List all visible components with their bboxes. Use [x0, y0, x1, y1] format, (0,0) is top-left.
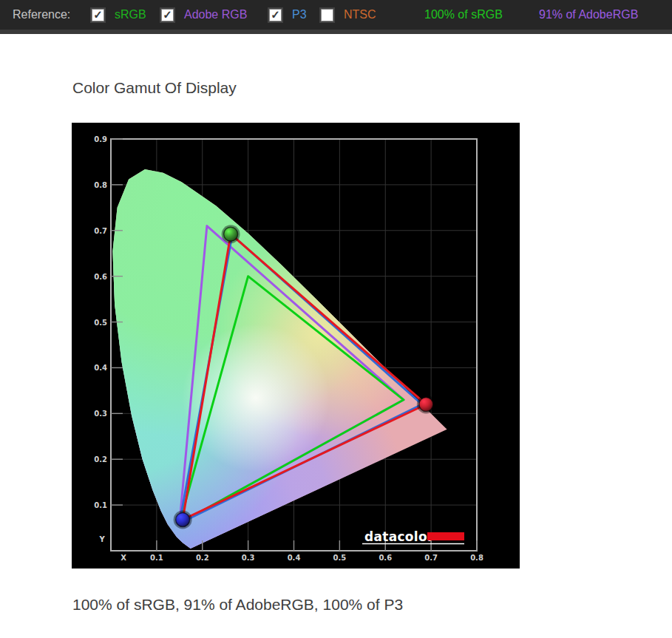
checkbox-item-adobe-rgb[interactable]: ✓ Adobe RGB: [160, 0, 247, 30]
p3-checkbox-label[interactable]: P3: [292, 8, 307, 21]
ntsc-checkbox-label[interactable]: NTSC: [344, 8, 376, 21]
checkbox-item-ntsc[interactable]: NTSC: [319, 0, 376, 30]
ntsc-checkbox[interactable]: [321, 9, 333, 21]
svg-text:0.7: 0.7: [94, 227, 107, 235]
p3-checkbox[interactable]: ✓: [269, 9, 282, 21]
datacolor-logo-redbar: [427, 532, 464, 540]
checkbox-backplate: ✓: [268, 7, 283, 23]
checkbox-backplate: ✓: [90, 7, 106, 23]
svg-text:0.2: 0.2: [196, 554, 209, 562]
svg-text:0.6: 0.6: [379, 554, 392, 562]
datacolor-logo: datacolor: [362, 529, 464, 544]
srgb-checkbox-label[interactable]: sRGB: [115, 8, 146, 21]
svg-text:0.1: 0.1: [94, 501, 107, 509]
svg-text:0.1: 0.1: [150, 554, 163, 562]
reference-label: Reference:: [13, 0, 70, 30]
gamut-chart: 0.10.20.30.40.50.60.70.80.90.10.20.30.40…: [72, 123, 520, 569]
svg-text:0.4: 0.4: [94, 364, 107, 372]
svg-text:0.4: 0.4: [288, 554, 301, 562]
adobergb-coverage-badge: 91% of AdobeRGB: [539, 0, 638, 30]
toolbar-bottom-strip: [0, 30, 672, 34]
svg-text:0.3: 0.3: [242, 554, 255, 562]
adobe-rgb-checkbox-label[interactable]: Adobe RGB: [184, 8, 247, 21]
blue-primary-dot: [176, 512, 190, 526]
checkbox-item-p3[interactable]: ✓ P3: [268, 0, 307, 30]
checkbox-item-srgb[interactable]: ✓ sRGB: [90, 0, 146, 30]
gamut-chart-container: 0.10.20.30.40.50.60.70.80.90.10.20.30.40…: [72, 123, 520, 569]
page-title: Color Gamut Of Display: [72, 79, 237, 97]
coverage-summary: 100% of sRGB, 91% of AdobeRGB, 100% of P…: [72, 596, 403, 614]
svg-text:0.8: 0.8: [470, 554, 483, 562]
checkbox-backplate: [319, 7, 335, 23]
svg-text:0.9: 0.9: [94, 135, 107, 143]
datacolor-logo-text: datacolor: [364, 529, 434, 544]
svg-text:0.3: 0.3: [94, 410, 107, 418]
svg-text:0.5: 0.5: [333, 554, 347, 562]
red-primary-dot: [419, 397, 433, 411]
svg-text:0.2: 0.2: [94, 455, 107, 464]
adobe-rgb-checkbox[interactable]: ✓: [161, 9, 174, 21]
y-axis-label: Y: [98, 535, 105, 543]
svg-text:0.8: 0.8: [94, 181, 107, 189]
srgb-coverage-badge: 100% of sRGB: [424, 0, 503, 30]
srgb-checkbox[interactable]: ✓: [92, 9, 104, 21]
svg-text:0.6: 0.6: [94, 273, 107, 281]
green-primary-dot: [224, 227, 238, 241]
svg-text:0.5: 0.5: [94, 319, 107, 327]
svg-text:0.7: 0.7: [424, 554, 438, 562]
x-axis-label: X: [121, 554, 126, 562]
reference-toolbar: Reference: ✓ sRGB ✓ Adobe RGB ✓ P3 NTSC …: [0, 0, 672, 30]
checkbox-backplate: ✓: [160, 7, 175, 23]
